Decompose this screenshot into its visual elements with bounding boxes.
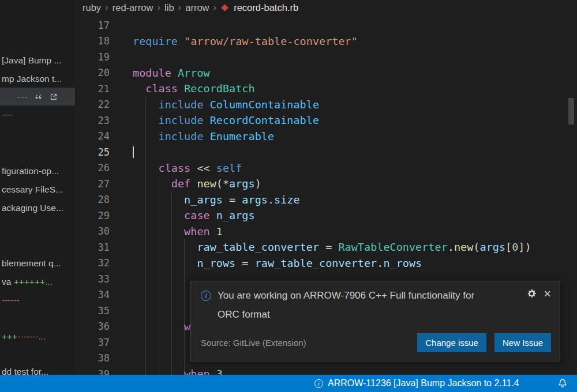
sidebar-item[interactable]: ackaging Use... xyxy=(2,203,63,213)
line-number: 33 xyxy=(75,273,110,285)
sidebar-item[interactable]: ------ xyxy=(2,295,20,306)
notification-body: i You are working on ARROW-7906 C++ Full… xyxy=(201,286,506,324)
sidebar-item-selected[interactable]: --- xyxy=(0,88,75,105)
line-number: 17 xyxy=(75,20,110,31)
line-number: 19 xyxy=(75,51,110,63)
status-info-icon: i xyxy=(314,379,323,388)
sidebar-item[interactable]: cessary FileS... xyxy=(2,184,63,195)
diff-dashes: --- xyxy=(17,92,28,102)
code-line[interactable]: 17 xyxy=(75,17,577,33)
sidebar-item[interactable]: mp Jackson t... xyxy=(2,74,62,84)
breadcrumb: ruby › red-arrow › lib › arrow › record-… xyxy=(75,0,577,15)
code-text: def new(*args) xyxy=(133,178,261,190)
line-number: 23 xyxy=(75,115,110,126)
notification-source: Source: GitLive (Extension) xyxy=(201,338,306,348)
code-text: module Arrow xyxy=(133,67,210,79)
breadcrumb-separator: › xyxy=(105,2,108,13)
line-number: 26 xyxy=(75,162,110,174)
breadcrumb-item-lib[interactable]: lib xyxy=(164,2,174,13)
sidebar-item[interactable]: ---- xyxy=(2,110,14,120)
code-line[interactable]: 27 def new(*args) xyxy=(75,176,577,192)
status-issue[interactable]: i ARROW-11236 [Java] Bump Jackson to 2.1… xyxy=(314,375,519,392)
notification-buttons: Change issue New Issue xyxy=(417,333,551,352)
code-line[interactable]: 23 include RecordContainable xyxy=(75,112,577,129)
line-number: 35 xyxy=(75,305,110,316)
notification-footer: Source: GitLive (Extension) Change issue… xyxy=(201,333,551,352)
code-text: include RecordContainable xyxy=(133,114,319,126)
code-line[interactable]: 39 when 3 xyxy=(75,366,577,375)
sidebar-item[interactable]: figuration-op... xyxy=(2,166,59,176)
sidebar-item[interactable]: blemement q... xyxy=(2,258,61,269)
notification-toast: i You are working on ARROW-7906 C++ Full… xyxy=(190,281,560,361)
code-text: require "arrow/raw-table-converter" xyxy=(133,35,358,47)
sidebar-panel: [Java] Bump ...mp Jackson t...----figura… xyxy=(0,0,75,375)
open-external-icon[interactable] xyxy=(49,92,58,101)
code-line[interactable]: 19 xyxy=(75,49,577,65)
line-number: 38 xyxy=(75,352,110,364)
sidebar-item[interactable]: [Java] Bump ... xyxy=(2,55,61,66)
code-line[interactable]: 32 n_rows = raw_table_converter.n_rows xyxy=(75,255,577,272)
breadcrumb-separator: › xyxy=(178,2,182,13)
code-line[interactable]: 31 raw_table_converter = RawTableConvert… xyxy=(75,239,577,255)
notification-message: You are working on ARROW-7906 C++ Full f… xyxy=(218,286,506,324)
code-line[interactable]: 29 case n_args xyxy=(75,208,577,224)
status-issue-text: ARROW-11236 [Java] Bump Jackson to 2.11.… xyxy=(328,378,519,389)
breadcrumb-separator: › xyxy=(157,2,160,13)
scrollbar-thumb[interactable] xyxy=(568,98,574,125)
breadcrumb-separator: › xyxy=(213,2,217,13)
line-number: 22 xyxy=(75,99,110,110)
quote-icon[interactable] xyxy=(34,92,43,101)
code-text: class RecordBatch xyxy=(133,82,255,95)
code-text: class << self xyxy=(133,162,242,174)
code-line[interactable]: 18require "arrow/raw-table-converter" xyxy=(75,33,577,50)
code-line[interactable]: 21 class RecordBatch xyxy=(75,81,577,97)
breadcrumb-file[interactable]: record-batch.rb xyxy=(234,2,298,13)
code-line[interactable]: 26 class << self xyxy=(75,160,577,176)
code-text: when 3 xyxy=(133,368,223,375)
code-line[interactable]: 28 n_args = args.size xyxy=(75,192,577,208)
line-number: 34 xyxy=(75,289,110,300)
breadcrumb-item-arrow[interactable]: arrow xyxy=(185,2,209,13)
text-cursor xyxy=(133,146,134,158)
status-bar: i ARROW-11236 [Java] Bump Jackson to 2.1… xyxy=(0,375,577,392)
notification-message-line1: You are working on ARROW-7906 C++ Full f… xyxy=(218,286,506,305)
line-number: 18 xyxy=(75,35,110,47)
line-number: 27 xyxy=(75,178,110,190)
code-line[interactable]: 30 when 1 xyxy=(75,224,577,240)
line-number: 25 xyxy=(75,146,110,158)
code-text: include Enumerable xyxy=(133,130,274,142)
line-number: 37 xyxy=(75,337,110,348)
breadcrumb-item-red-arrow[interactable]: red-arrow xyxy=(113,2,153,13)
code-line[interactable]: 20module Arrow xyxy=(75,65,577,81)
code-text: when 1 xyxy=(133,225,223,238)
line-number: 29 xyxy=(75,210,110,221)
sidebar-item[interactable]: +++-------... xyxy=(2,331,46,342)
code-text: n_rows = raw_table_converter.n_rows xyxy=(133,257,422,269)
line-number: 21 xyxy=(75,83,110,95)
new-issue-button[interactable]: New Issue xyxy=(494,333,551,352)
line-number: 39 xyxy=(75,368,110,375)
info-icon: i xyxy=(201,291,211,301)
notifications-bell-icon[interactable] xyxy=(557,378,568,389)
code-text: case n_args xyxy=(133,209,255,221)
settings-gear-icon[interactable] xyxy=(527,289,537,299)
line-number: 24 xyxy=(75,130,110,142)
code-line[interactable]: 22 include ColumnContainable xyxy=(75,97,577,113)
line-number: 30 xyxy=(75,225,110,237)
sidebar-item[interactable]: dd test for... xyxy=(2,367,48,375)
code-line[interactable]: 24 include Enumerable xyxy=(75,129,577,145)
change-issue-button[interactable]: Change issue xyxy=(417,333,486,352)
line-number: 20 xyxy=(75,67,110,78)
code-line[interactable]: 25 xyxy=(75,144,577,160)
notification-message-line2: ORC format xyxy=(218,305,506,324)
line-number: 32 xyxy=(75,257,110,269)
line-number: 28 xyxy=(75,194,110,205)
breadcrumb-item-ruby[interactable]: ruby xyxy=(83,2,101,13)
ruby-file-icon xyxy=(221,4,228,12)
notification-actions: × xyxy=(527,289,551,299)
sidebar-item[interactable]: va ++++++... xyxy=(2,277,53,287)
code-text: n_args = args.size xyxy=(133,194,300,206)
close-icon[interactable]: × xyxy=(544,289,551,299)
code-text: raw_table_converter = RawTableConverter.… xyxy=(133,241,531,253)
code-text: include ColumnContainable xyxy=(133,99,319,111)
